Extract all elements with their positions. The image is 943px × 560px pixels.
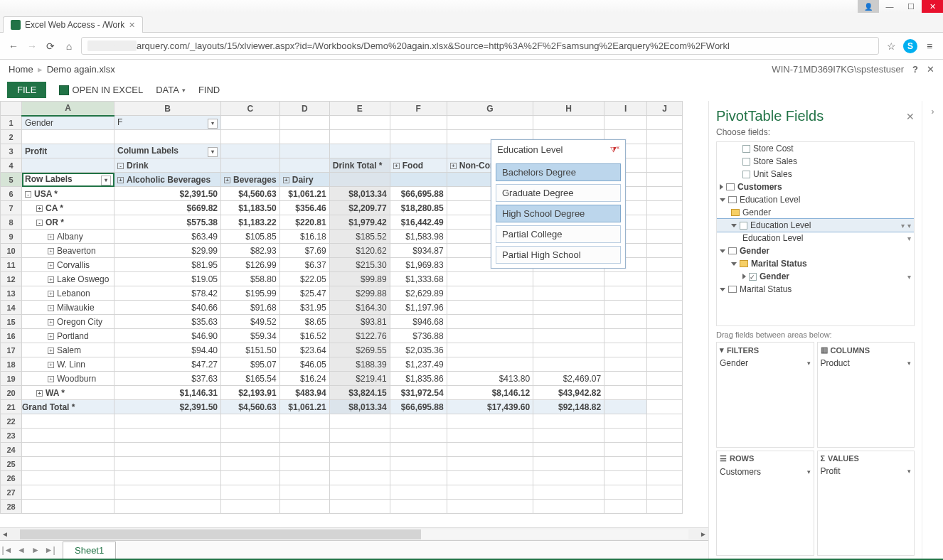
cell[interactable]: $122.76 (329, 329, 390, 343)
cell[interactable] (447, 500, 533, 514)
cell[interactable] (390, 414, 447, 429)
row-header[interactable]: 7 (1, 201, 22, 215)
cell[interactable] (647, 471, 683, 485)
cell[interactable]: $31,972.54 (390, 386, 447, 400)
cell[interactable]: $2,469.07 (533, 372, 604, 386)
cell[interactable] (647, 400, 683, 414)
cell[interactable]: $95.07 (221, 357, 280, 372)
cell[interactable] (647, 130, 683, 144)
row-header[interactable]: 17 (1, 343, 22, 357)
cell[interactable]: $1,333.68 (390, 272, 447, 286)
expand-icon[interactable]: + (48, 348, 54, 354)
expand-icon[interactable]: + (48, 262, 54, 269)
cell[interactable] (447, 329, 533, 343)
cell[interactable] (647, 357, 683, 372)
cell[interactable]: $2,629.89 (390, 286, 447, 301)
row-header[interactable]: 25 (1, 457, 22, 471)
cell[interactable] (279, 414, 329, 429)
cell[interactable] (279, 144, 329, 158)
cell[interactable] (22, 429, 114, 443)
cell[interactable] (390, 471, 447, 485)
cell[interactable] (647, 372, 683, 386)
cell[interactable] (533, 343, 604, 357)
cell[interactable] (114, 457, 221, 471)
cell[interactable] (329, 429, 390, 443)
row-header[interactable]: 6 (1, 187, 22, 201)
cell[interactable]: $8,013.34 (329, 187, 390, 201)
cell[interactable] (604, 301, 647, 315)
row-header[interactable]: 15 (1, 315, 22, 329)
cell[interactable]: $92,148.82 (533, 400, 604, 414)
cell[interactable]: $93.81 (329, 315, 390, 329)
cell[interactable] (447, 457, 533, 471)
cell[interactable] (647, 230, 683, 244)
field-tree-row[interactable]: Education Level▾ (717, 232, 914, 244)
expand-icon[interactable]: + (283, 177, 289, 183)
row-label[interactable]: +Portland (22, 329, 114, 343)
cell[interactable] (647, 329, 683, 343)
cell[interactable]: $16.24 (279, 372, 329, 386)
cell[interactable] (604, 272, 647, 286)
row-header[interactable]: 21 (1, 400, 22, 414)
cell[interactable] (221, 158, 280, 173)
row-label[interactable]: -USA * (22, 187, 114, 201)
cell[interactable] (22, 500, 114, 514)
row-header[interactable]: 27 (1, 485, 22, 500)
breadcrumb-home[interactable]: Home (9, 64, 33, 75)
cell[interactable]: $220.81 (279, 215, 329, 230)
scrollbar-track[interactable] (20, 529, 688, 539)
cell[interactable] (390, 485, 447, 500)
cell[interactable] (447, 471, 533, 485)
cell[interactable]: $31.95 (279, 301, 329, 315)
column-header[interactable]: I (604, 102, 647, 116)
sheet-nav-first[interactable]: |◄ (0, 545, 14, 555)
cell[interactable] (22, 158, 114, 173)
cell[interactable]: $1,183.50 (221, 201, 280, 215)
cell[interactable]: $35.63 (114, 315, 221, 329)
cell[interactable]: Profit (22, 144, 114, 158)
cell[interactable]: $3,824.15 (329, 386, 390, 400)
cell[interactable] (390, 173, 447, 187)
cell[interactable] (647, 500, 683, 514)
cell[interactable] (329, 443, 390, 457)
scrollbar-thumb[interactable] (20, 529, 421, 539)
row-header[interactable]: 4 (1, 158, 22, 173)
close-window-button[interactable]: ✕ (922, 0, 943, 13)
cell[interactable] (533, 471, 604, 485)
cell[interactable]: $2,209.77 (329, 201, 390, 215)
cell[interactable] (114, 485, 221, 500)
cell[interactable]: $2,193.91 (221, 386, 280, 400)
fields-tree[interactable]: Store CostStore SalesUnit SalesCustomers… (716, 141, 915, 326)
expand-icon[interactable]: + (48, 305, 54, 311)
cell[interactable] (279, 443, 329, 457)
cell[interactable]: $669.82 (114, 201, 221, 215)
cell[interactable]: $16,442.49 (390, 215, 447, 230)
cell[interactable]: $105.85 (221, 230, 280, 244)
field-tree-row[interactable]: Gender▾ (717, 270, 914, 283)
cell[interactable]: $43,942.82 (533, 386, 604, 400)
cell[interactable] (447, 301, 533, 315)
row-header[interactable]: 5 (1, 173, 22, 187)
row-header[interactable]: 1 (1, 116, 22, 130)
cell[interactable] (604, 471, 647, 485)
cell[interactable] (647, 414, 683, 429)
cell[interactable]: $22.05 (279, 272, 329, 286)
row-header[interactable]: 3 (1, 144, 22, 158)
cell[interactable]: $1,061.21 (279, 400, 329, 414)
cell[interactable] (329, 116, 390, 130)
cell[interactable] (279, 158, 329, 173)
cell[interactable] (647, 144, 683, 158)
row-header[interactable]: 8 (1, 215, 22, 230)
field-tree-row[interactable]: Marital Status (717, 283, 914, 296)
zone-values[interactable]: ΣVALUES Profit▾ (817, 451, 915, 556)
cell[interactable]: $934.87 (390, 244, 447, 258)
cell[interactable] (533, 429, 604, 443)
cell[interactable] (604, 329, 647, 343)
row-header[interactable]: 12 (1, 272, 22, 286)
row-label[interactable]: +CA * (22, 201, 114, 215)
cell[interactable] (604, 286, 647, 301)
cell[interactable]: -Drink (114, 158, 221, 173)
cell[interactable]: Column Labels▾ (114, 144, 221, 158)
field-tree-row[interactable]: Education Level (717, 193, 914, 206)
cell[interactable] (447, 343, 533, 357)
